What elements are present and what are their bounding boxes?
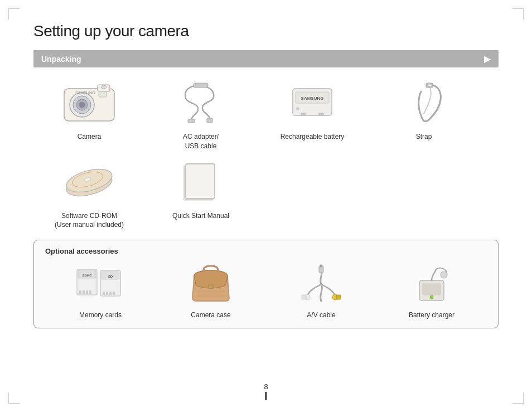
svg-rect-27 <box>186 164 215 198</box>
camera-label: Camera <box>78 132 101 142</box>
camera-image: SAMSUNG <box>59 77 120 128</box>
svg-rect-31 <box>79 290 81 294</box>
svg-point-5 <box>79 102 85 108</box>
svg-rect-50 <box>320 265 322 267</box>
page: Setting up your camera Unpacking ▶ <box>0 0 532 412</box>
corner-mark-bl <box>8 392 20 404</box>
svg-rect-34 <box>89 290 91 294</box>
unpacking-arrow-icon: ▶ <box>484 54 491 64</box>
corner-mark-br <box>512 392 524 404</box>
svg-rect-16 <box>301 113 306 115</box>
unpacking-items: SAMSUNG Camera <box>33 77 499 230</box>
svg-rect-46 <box>336 295 341 299</box>
svg-rect-32 <box>83 290 85 294</box>
svg-rect-42 <box>209 285 213 288</box>
quick-start-manual-label: Quick Start Manual <box>172 211 229 221</box>
item-ac-adapter: AC adapter/USB cable <box>145 77 257 151</box>
svg-rect-40 <box>109 292 112 295</box>
ac-adapter-image <box>176 77 226 128</box>
svg-point-15 <box>296 107 299 110</box>
svg-rect-17 <box>319 113 323 115</box>
unpacking-title: Unpacking <box>41 55 81 64</box>
svg-rect-9 <box>194 83 208 88</box>
camera-case-image <box>186 262 236 307</box>
unpacking-row-1: SAMSUNG Camera <box>33 77 499 151</box>
svg-rect-48 <box>302 295 306 299</box>
rechargeable-battery-image: SAMSUNG <box>284 77 340 128</box>
item-software-cdrom: Software CD-ROM(User manual included) <box>33 157 145 230</box>
memory-cards-label: Memory cards <box>79 311 122 319</box>
battery-charger-label: Battery charger <box>409 311 454 319</box>
svg-text:SAMSUNG: SAMSUNG <box>75 91 95 95</box>
corner-mark-tl <box>8 8 20 20</box>
item-camera: SAMSUNG Camera <box>33 77 145 142</box>
svg-rect-10 <box>188 119 195 123</box>
unpacking-row-2: Software CD-ROM(User manual included) Qu… <box>33 157 499 230</box>
svg-point-8 <box>101 85 107 89</box>
corner-mark-tr <box>512 8 524 20</box>
quick-start-manual-image <box>176 157 226 207</box>
svg-rect-6 <box>99 91 107 97</box>
strap-image <box>402 77 446 128</box>
av-cable-label: A/V cable <box>307 311 335 319</box>
rechargeable-battery-label: Rechargeable battery <box>280 132 345 142</box>
svg-text:SAMSUNG: SAMSUNG <box>301 96 324 101</box>
item-rechargeable-battery: SAMSUNG Rechargeable battery <box>257 77 368 142</box>
svg-rect-19 <box>427 84 432 86</box>
battery-charger-image <box>404 262 460 307</box>
optional-item-av-cable: A/V cable <box>266 262 376 319</box>
optional-item-camera-case: Camera case <box>156 262 266 319</box>
svg-rect-38 <box>103 292 105 295</box>
svg-text:SDHC: SDHC <box>82 274 92 277</box>
svg-rect-33 <box>86 290 88 294</box>
software-cdrom-label: Software CD-ROM(User manual included) <box>55 211 124 230</box>
optional-item-battery-charger: Battery charger <box>376 262 487 319</box>
av-cable-image <box>293 262 349 307</box>
page-number-area: 8 <box>264 382 268 400</box>
svg-point-54 <box>441 272 447 278</box>
svg-rect-41 <box>113 292 115 295</box>
memory-cards-image: SDHC SD <box>72 262 128 307</box>
optional-item-memory-cards: SDHC SD <box>45 262 156 319</box>
svg-point-53 <box>430 295 433 299</box>
item-quick-start-manual: Quick Start Manual <box>145 157 257 221</box>
optional-accessories-title: Optional accessories <box>45 247 487 255</box>
page-number-bar <box>265 392 267 400</box>
page-number-text: 8 <box>264 382 268 391</box>
svg-rect-11 <box>207 118 212 123</box>
svg-text:SD: SD <box>108 275 113 278</box>
svg-rect-52 <box>423 284 441 295</box>
software-cdrom-image <box>59 157 120 207</box>
item-strap: Strap <box>368 77 480 142</box>
svg-rect-39 <box>106 292 108 295</box>
unpacking-header: Unpacking ▶ <box>33 50 499 67</box>
ac-adapter-label: AC adapter/USB cable <box>183 132 219 151</box>
camera-case-label: Camera case <box>191 311 230 319</box>
page-title: Setting up your camera <box>33 22 499 40</box>
optional-accessories-box: Optional accessories SDHC <box>33 240 499 328</box>
strap-label: Strap <box>416 132 432 142</box>
optional-items-row: SDHC SD <box>45 262 487 319</box>
